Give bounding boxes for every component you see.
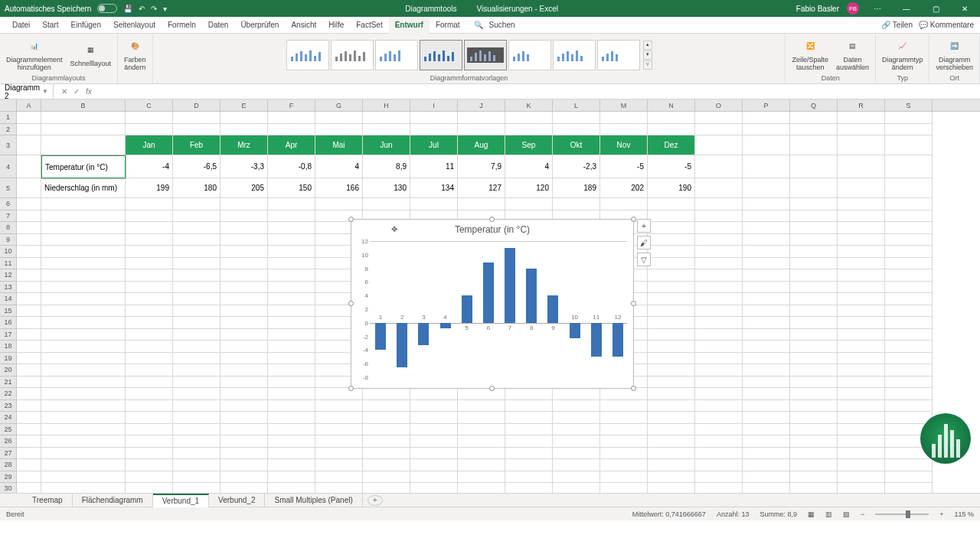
cell[interactable] [790, 198, 838, 210]
cell[interactable] [220, 424, 268, 436]
cell[interactable] [220, 112, 268, 124]
cell[interactable] [126, 353, 173, 365]
month-header[interactable]: Mai [315, 135, 363, 155]
cell[interactable] [648, 459, 695, 471]
row-header-11[interactable]: 11 [0, 258, 17, 270]
cell[interactable] [648, 400, 695, 412]
col-header-M[interactable]: M [600, 99, 648, 111]
cell[interactable] [363, 198, 410, 210]
cell[interactable] [838, 377, 885, 389]
cell[interactable] [743, 112, 790, 124]
cell[interactable] [885, 459, 933, 471]
cell[interactable] [41, 305, 126, 318]
cell[interactable] [885, 222, 933, 234]
cell[interactable] [126, 400, 173, 412]
cell[interactable] [743, 329, 790, 341]
chart-style-2[interactable] [331, 40, 374, 70]
cell[interactable] [838, 448, 885, 460]
row-header-13[interactable]: 13 [0, 282, 17, 294]
cell[interactable] [505, 198, 553, 210]
cell[interactable] [173, 364, 220, 377]
cell[interactable] [553, 435, 600, 448]
cell[interactable] [315, 435, 363, 448]
cell[interactable] [885, 135, 933, 155]
cell[interactable] [173, 246, 220, 258]
cell[interactable] [458, 388, 505, 400]
cell[interactable] [173, 400, 220, 412]
cell[interactable] [743, 435, 790, 448]
cell[interactable] [458, 198, 505, 210]
month-header[interactable]: Feb [173, 135, 220, 155]
view-normal-icon[interactable]: ▦ [808, 510, 815, 518]
cell[interactable] [885, 364, 933, 377]
cell[interactable] [268, 388, 315, 400]
chart-style-7[interactable] [553, 40, 596, 70]
cell[interactable] [410, 124, 458, 136]
row-header-28[interactable]: 28 [0, 459, 17, 471]
cell[interactable] [885, 246, 933, 258]
cell[interactable] [363, 483, 410, 493]
col-header-B[interactable]: B [41, 99, 126, 111]
cell[interactable] [410, 448, 458, 460]
row-header-19[interactable]: 19 [0, 353, 17, 365]
cell[interactable] [790, 246, 838, 258]
menu-tab-ansicht[interactable]: Ansicht [285, 17, 322, 34]
cell[interactable] [126, 210, 173, 223]
row-header-10[interactable]: 10 [0, 246, 17, 258]
cell[interactable] [17, 471, 41, 484]
col-header-G[interactable]: G [315, 99, 363, 111]
temp-label[interactable]: Temperatur (in °C) [41, 155, 126, 178]
menu-tab-entwurf[interactable]: Entwurf [389, 17, 430, 34]
cell[interactable] [695, 282, 743, 294]
col-header-R[interactable]: R [838, 99, 885, 111]
cell[interactable] [648, 424, 695, 436]
cell[interactable] [17, 246, 41, 258]
row-header-4[interactable]: 4 [0, 155, 17, 178]
cell[interactable] [173, 377, 220, 389]
cell[interactable] [790, 258, 838, 270]
cell[interactable] [885, 305, 933, 318]
share-button[interactable]: 🔗 Teilen [881, 21, 913, 29]
cell[interactable] [220, 400, 268, 412]
cell[interactable] [553, 459, 600, 471]
zoom-slider[interactable] [875, 514, 929, 515]
cell[interactable] [648, 282, 695, 294]
col-header-L[interactable]: L [553, 99, 600, 111]
month-header[interactable]: Dez [648, 135, 695, 155]
cell[interactable] [695, 353, 743, 365]
cell[interactable] [838, 269, 885, 282]
cell[interactable] [41, 424, 126, 436]
cell[interactable] [885, 353, 933, 365]
cell[interactable] [410, 435, 458, 448]
chart-filters-button[interactable]: ▽ [637, 253, 651, 266]
cell[interactable] [41, 317, 126, 329]
cell[interactable] [173, 459, 220, 471]
row-header-9[interactable]: 9 [0, 234, 17, 246]
cell[interactable] [268, 246, 315, 258]
cell[interactable] [315, 112, 363, 124]
cell[interactable] [173, 471, 220, 484]
cell[interactable] [126, 435, 173, 448]
cell[interactable] [410, 483, 458, 493]
cell[interactable] [173, 282, 220, 294]
cell[interactable] [695, 305, 743, 318]
cell[interactable] [505, 435, 553, 448]
col-header-P[interactable]: P [743, 99, 790, 111]
cell[interactable] [553, 112, 600, 124]
cell[interactable] [743, 258, 790, 270]
close-icon[interactable]: ✕ [954, 5, 975, 13]
row-header-1[interactable]: 1 [0, 112, 17, 124]
cell[interactable] [790, 329, 838, 341]
cell[interactable] [743, 341, 790, 353]
cell[interactable] [17, 305, 41, 318]
precip-label[interactable]: Niederschlag (in mm) [41, 178, 126, 198]
cell[interactable] [600, 435, 648, 448]
row-header-8[interactable]: 8 [0, 222, 17, 234]
row-header-18[interactable]: 18 [0, 341, 17, 353]
cell[interactable] [838, 258, 885, 270]
cell[interactable] [126, 246, 173, 258]
cell[interactable] [173, 293, 220, 305]
temp-value[interactable]: -3,3 [220, 155, 268, 178]
row-header-3[interactable]: 3 [0, 135, 17, 155]
cell[interactable] [553, 483, 600, 493]
